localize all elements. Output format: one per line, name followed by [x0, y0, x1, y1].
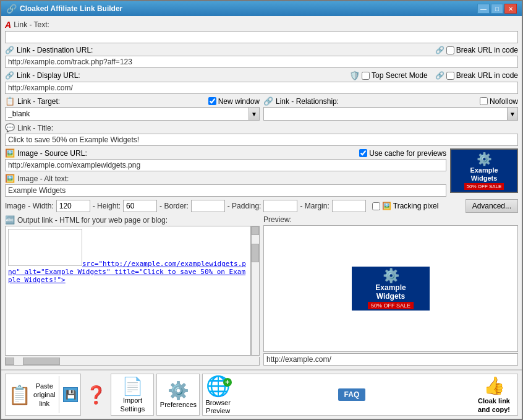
target-col: 📋 Link - Target: New window ▼ [5, 96, 260, 121]
link-text-row: A Link - Text: [5, 20, 518, 43]
bottom-bar: 📋 Pasteoriginallink 💾 ❓ 📄 ImportSettings… [1, 369, 522, 419]
top-secret-group: 🛡️ Top Secret Mode [349, 71, 428, 80]
title-bar: 🔗 Cloaked Affiliate Link Builder — □ ✕ [1, 1, 522, 16]
shield-icon-2: 🛡️ [349, 71, 360, 80]
nofollow-checkbox[interactable] [480, 97, 488, 105]
tracking-pixel-checkbox[interactable] [372, 202, 380, 210]
hscroll-left-arrow[interactable] [6, 358, 14, 365]
help-btn-container: ❓ [83, 374, 108, 416]
vscroll-up-arrow[interactable] [252, 226, 259, 235]
cache-checkbox[interactable] [359, 149, 367, 157]
floppy-icon: 💾 [66, 390, 76, 400]
import-settings-button[interactable]: 📄 ImportSettings [111, 374, 154, 416]
display-url-row: 🔗 Link - Display URL: 🛡️ Top Secret Mode… [5, 71, 518, 94]
preferences-label: Preferences [160, 401, 197, 409]
link-title-row: 💬 Link - Title: [5, 123, 518, 146]
image-fields: 🖼️ Image - Source URL: Use cache for pre… [5, 148, 446, 197]
bottom-right-section: 🌐 + BrowserPreview FAQ 👍 Cloak linkand c… [202, 374, 518, 416]
plus-badge: + [223, 378, 232, 387]
hscroll-thumb[interactable] [23, 358, 60, 365]
relationship-select: ▼ [263, 107, 518, 121]
width-input[interactable] [56, 200, 90, 212]
link-text-label: Link - Text: [14, 20, 49, 29]
paste-original-link-button[interactable]: Pasteoriginallink [33, 382, 55, 408]
help-icon[interactable]: ❓ [85, 385, 107, 405]
border-input[interactable] [191, 200, 225, 212]
image-alt-icon: 🖼️ [5, 174, 15, 183]
preferences-button[interactable]: ⚙️ Preferences [156, 374, 200, 416]
close-button[interactable]: ✕ [504, 4, 517, 14]
image-icon: 🖼️ [5, 148, 15, 158]
image-prefix-label: Image [5, 202, 25, 210]
target-dropdown-arrow[interactable]: ▼ [249, 107, 260, 121]
output-html-content[interactable]: src="http://example.com/examplewidgets.p… [6, 226, 250, 355]
image-dims-row: Image - Width: - Height: - Border: - Pad… [5, 199, 518, 213]
destination-url-row: 🔗 Link - Destination URL: 🔗 Break URL in… [5, 46, 518, 68]
preview-image-box: ⚙️ ExampleWidgets 50% OFF SALE [263, 225, 518, 352]
display-url-input[interactable] [5, 82, 518, 94]
preview-widget-text: ExampleWidgets [375, 284, 406, 300]
relationship-icon: 🔗 [263, 96, 273, 106]
paste-group: 📋 [8, 384, 31, 406]
display-url-label-left: 🔗 Link - Display URL: [5, 71, 80, 80]
cloak-copy-button[interactable]: 👍 Cloak linkand copy! [473, 373, 515, 416]
preview-sale-text: 50% OFF SALE [368, 302, 414, 309]
preview-gear-icon: ⚙️ [477, 152, 492, 166]
browser-preview-button[interactable]: 🌐 + BrowserPreview [205, 374, 230, 415]
new-window-checkbox[interactable] [208, 97, 216, 105]
break-url-code-checkbox-1[interactable] [446, 46, 454, 54]
padding-input[interactable] [263, 200, 297, 212]
display-url-label-row: 🔗 Link - Display URL: 🛡️ Top Secret Mode… [5, 71, 518, 80]
image-source-row: 🖼️ Image - Source URL: Use cache for pre… [5, 148, 518, 197]
link-icon-2: 🔗 [435, 46, 444, 54]
destination-url-input[interactable] [5, 56, 518, 68]
link-text-input[interactable] [5, 31, 518, 43]
relationship-dropdown-arrow[interactable]: ▼ [507, 107, 518, 121]
link-target-label: Link - Target: [17, 97, 60, 106]
maximize-button[interactable]: □ [491, 4, 503, 14]
target-input[interactable] [5, 107, 249, 121]
top-secret-checkbox[interactable] [362, 72, 370, 80]
faq-button[interactable]: FAQ [338, 388, 366, 401]
output-hscrollbar[interactable] [5, 357, 260, 366]
border-label: - Border: [159, 202, 189, 210]
preview-example-text: ExampleWidgets [470, 166, 498, 181]
image-source-input[interactable] [5, 159, 446, 171]
output-preview-area: 🔤 Output link - HTML for your web page o… [5, 215, 518, 366]
output-content-box: src="http://example.com/examplewidgets.p… [5, 226, 251, 356]
relationship-input[interactable] [263, 107, 507, 121]
destination-url-label-row: 🔗 Link - Destination URL: 🔗 Break URL in… [5, 46, 518, 54]
relationship-label-left: 🔗 Link - Relationship: [263, 96, 339, 106]
preview-gear-icon-large: ⚙️ [383, 268, 399, 284]
tracking-pixel-group: 🖼️ Tracking pixel [372, 202, 439, 210]
advanced-button[interactable]: Advanced... [466, 199, 518, 213]
output-vscrollbar[interactable] [251, 226, 260, 356]
break-url-code-label-2: Break URL in code [456, 71, 518, 80]
destination-url-label: Link - Destination URL: [17, 46, 93, 54]
preview-url-text: http://example.com/ [266, 355, 331, 364]
height-input[interactable] [123, 200, 157, 212]
image-alt-input[interactable] [5, 184, 446, 197]
vscroll-thumb[interactable] [252, 244, 259, 262]
margin-input[interactable] [332, 200, 366, 212]
preview-section: Preview: ⚙️ ExampleWidgets 50% OFF SALE … [263, 215, 518, 366]
image-source-label-row: 🖼️ Image - Source URL: Use cache for pre… [5, 148, 446, 158]
speech-bubble-icon: 💬 [5, 123, 15, 132]
main-content: A Link - Text: 🔗 Link - Destination URL:… [1, 16, 522, 369]
preview-label: Preview: [263, 215, 292, 224]
link-icon-3: 🔗 [435, 71, 444, 80]
link-icon-1: 🔗 [5, 46, 14, 54]
window-controls: — □ ✕ [477, 4, 517, 14]
break-url-code-label-1: Break URL in code [456, 46, 518, 54]
target-label-left: 📋 Link - Target: [5, 96, 60, 106]
target-icon: 📋 [5, 96, 15, 106]
break-url-code-checkbox-2[interactable] [446, 72, 454, 80]
save-button[interactable]: 💾 [63, 387, 78, 402]
paste-label-group: Pasteoriginallink [33, 382, 55, 408]
minimize-button[interactable]: — [477, 4, 490, 14]
target-label-row: 📋 Link - Target: New window [5, 96, 260, 106]
preview-sale-badge: 50% OFF SALE [464, 183, 504, 190]
preview-widget-image: ⚙️ ExampleWidgets 50% OFF SALE [351, 265, 431, 312]
thumbs-up-icon: 👍 [483, 375, 505, 396]
link-title-input[interactable] [5, 134, 518, 146]
